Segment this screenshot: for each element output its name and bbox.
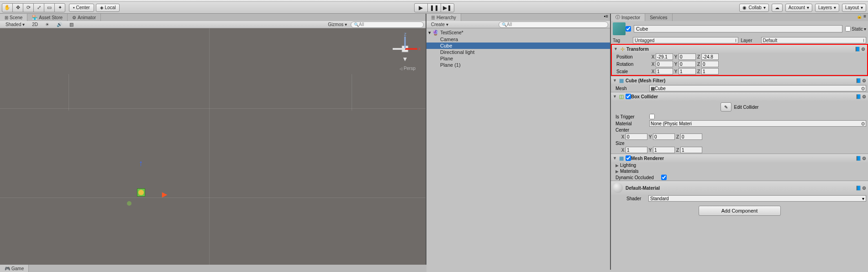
layout-dropdown[interactable]: Layout▾ (842, 4, 866, 12)
hierarchy-item[interactable]: Plane (1) (426, 62, 610, 68)
gizmo-x-axis[interactable]: ▶ (162, 191, 167, 198)
transform-tool[interactable]: ✦ (54, 3, 65, 12)
pivot-local-button[interactable]: ◈Local (96, 4, 120, 12)
shading-mode-dropdown[interactable]: Shaded ▾ (2, 22, 28, 27)
scale-y-input[interactable] (679, 68, 696, 75)
tag-dropdown[interactable]: Untagged⁞ (633, 37, 738, 43)
collider-size-y-input[interactable] (653, 147, 675, 153)
mesh-renderer-header[interactable]: ▼▦ Mesh Renderer 📘⚙ (611, 154, 868, 162)
gizmos-dropdown[interactable]: Gizmos ▾ (324, 22, 351, 27)
gear-icon[interactable]: ⚙ (862, 94, 866, 99)
cloud-button[interactable]: ☁ (772, 4, 783, 12)
scene-viewport[interactable]: x z ◁ Persp ↑ ▶ (0, 28, 426, 270)
tab-hierarchy[interactable]: ☰Hierarchy (426, 14, 461, 21)
gameobject-active-checkbox[interactable] (626, 26, 631, 32)
dynamic-occluded-checkbox[interactable] (661, 175, 667, 180)
position-y-input[interactable] (679, 53, 696, 60)
tab-asset-store[interactable]: 🏪Asset Store (27, 14, 68, 21)
account-dropdown[interactable]: Account▾ (785, 4, 812, 12)
create-dropdown[interactable]: Create ▾ (428, 22, 451, 27)
scene-search-input[interactable]: 🔍All (351, 21, 424, 28)
box-collider-header[interactable]: ▼◫ Box Collider 📘⚙ (611, 92, 868, 101)
tab-services[interactable]: Services (645, 14, 672, 21)
hierarchy-search-input[interactable]: 🔍All (499, 21, 608, 28)
rotation-y-input[interactable] (679, 61, 696, 67)
collab-dropdown[interactable]: ◉Collab▾ (739, 4, 768, 12)
lighting-foldout[interactable]: Lighting (620, 163, 636, 168)
audio-toggle-icon[interactable]: 🔊 (53, 22, 66, 27)
hand-tool[interactable]: ✋ (2, 3, 13, 12)
rect-tool[interactable]: ▭ (44, 3, 55, 12)
hierarchy-item[interactable]: Directional light (426, 49, 610, 55)
box-collider-enabled-checkbox[interactable] (626, 94, 631, 99)
static-checkbox[interactable] (845, 26, 851, 32)
help-icon[interactable]: 📘 (856, 78, 861, 83)
gizmo-z-handle[interactable] (127, 201, 132, 206)
pause-button[interactable]: ❚❚ (427, 3, 441, 12)
gizmo-center-handle[interactable] (138, 190, 144, 195)
tab-game[interactable]: 🎮Game (0, 265, 29, 272)
fold-icon[interactable]: ▶ (615, 163, 620, 168)
hierarchy-item[interactable]: Cube (426, 43, 610, 49)
gear-icon[interactable]: ⚙ (862, 186, 866, 191)
rotation-x-input[interactable] (656, 61, 673, 67)
mode-2d-toggle[interactable]: 2D (28, 22, 42, 27)
mesh-renderer-enabled-checkbox[interactable] (626, 155, 631, 161)
transform-component-header[interactable]: ▼ ⊹ Transform 📘⚙ (612, 45, 867, 53)
help-icon[interactable]: 📘 (855, 47, 860, 52)
tab-scene[interactable]: ⊞Scene (0, 14, 27, 21)
collider-center-z-input[interactable] (680, 133, 702, 140)
gizmo-y-axis[interactable]: ↑ (139, 159, 143, 168)
projection-label[interactable]: ◁ Persp (400, 66, 416, 71)
materials-foldout[interactable]: Materials (620, 169, 639, 174)
gameobject-icon[interactable] (613, 22, 626, 35)
physic-material-field[interactable]: None (Physic Materi⊙ (649, 120, 866, 127)
gear-icon[interactable]: ⚙ (862, 156, 866, 161)
position-z-input[interactable] (701, 53, 719, 60)
help-icon[interactable]: 📘 (856, 156, 861, 161)
fold-icon[interactable]: ▼ (614, 47, 618, 51)
collider-size-z-input[interactable] (680, 147, 702, 153)
edit-collider-button[interactable]: ✎ (721, 102, 731, 112)
hierarchy-options-icon[interactable]: ▪≡ (602, 14, 610, 21)
step-button[interactable]: ▶❚ (441, 3, 454, 12)
layer-dropdown[interactable]: Default⁞ (761, 37, 867, 43)
is-trigger-checkbox[interactable] (649, 114, 655, 119)
fx-toggle-icon[interactable]: ▧ (66, 22, 77, 27)
lighting-toggle-icon[interactable]: ☀ (42, 22, 53, 27)
gameobject-name-input[interactable] (634, 25, 842, 32)
collider-center-x-input[interactable] (626, 133, 647, 140)
scale-z-input[interactable] (701, 68, 719, 75)
svg-text:x: x (418, 46, 421, 51)
rotation-z-input[interactable] (701, 61, 719, 67)
scale-tool[interactable]: ⤢ (33, 3, 44, 12)
tab-inspector[interactable]: ⓘInspector (611, 14, 645, 21)
shader-dropdown[interactable]: Standard▾ (648, 195, 866, 202)
collider-size-x-input[interactable] (626, 147, 647, 153)
hierarchy-list: ▾ 🔮 TestScene* CameraCubeDirectional lig… (426, 28, 610, 270)
inspector-lock-icon[interactable]: 🔒 ≡ (855, 14, 868, 21)
fold-icon[interactable]: ▶ (615, 169, 620, 174)
help-icon[interactable]: 📘 (856, 94, 861, 99)
tab-animator[interactable]: ⚙Animator (68, 14, 101, 21)
hierarchy-item[interactable]: Plane (426, 55, 610, 62)
layers-dropdown[interactable]: Layers▾ (815, 4, 839, 12)
orientation-gizmo[interactable]: x z (389, 33, 421, 65)
collider-center-y-input[interactable] (653, 133, 675, 140)
rotate-tool[interactable]: ⟳ (23, 3, 34, 12)
mesh-object-field[interactable]: ▦ Cube⊙ (649, 85, 866, 91)
svg-marker-6 (403, 58, 407, 61)
gear-icon[interactable]: ⚙ (862, 78, 866, 83)
add-component-button[interactable]: Add Component (699, 206, 781, 216)
pivot-center-button[interactable]: ▪Center (69, 4, 94, 12)
hierarchy-item[interactable]: Camera (426, 36, 610, 43)
position-x-input[interactable] (656, 53, 673, 60)
move-tool[interactable]: ✥ (12, 3, 23, 12)
gear-icon[interactable]: ⚙ (861, 47, 865, 52)
scene-root-item[interactable]: ▾ 🔮 TestScene* (426, 29, 610, 36)
material-header[interactable]: Default-Material 📘⚙ (611, 181, 868, 195)
mesh-filter-header[interactable]: ▼▦ Cube (Mesh Filter) 📘⚙ (611, 76, 868, 85)
play-button[interactable]: ▶ (414, 3, 428, 12)
help-icon[interactable]: 📘 (856, 186, 861, 191)
scale-x-input[interactable] (656, 68, 673, 75)
